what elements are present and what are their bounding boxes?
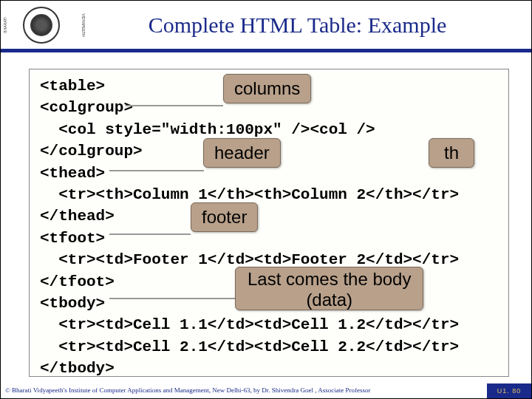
callout-columns: columns (223, 74, 311, 103)
slide-footer-page: U1. 80 (487, 383, 531, 398)
code-line: <tr><td>Cell 1.1</td><td>Cell 1.2</td></… (40, 314, 498, 335)
callout-body: Last comes the body (data) (235, 267, 423, 310)
code-line: <tfoot> (40, 228, 498, 249)
callout-footer: footer (191, 202, 258, 232)
connector-line (109, 298, 235, 299)
slide-title: Complete HTML Table: Example (78, 13, 531, 38)
connector-line (109, 233, 191, 235)
callout-body-line2: (data) (306, 290, 352, 310)
logo-circle-icon (23, 7, 60, 44)
code-line: <col style="width:100px" /><col /> (40, 119, 498, 140)
callout-th: th (429, 138, 474, 168)
callout-body-line1: Last comes the body (248, 269, 411, 289)
institution-logo: BHARATI VIDYAPEETH (4, 3, 78, 47)
code-line: <tr><td>Cell 2.1</td><td>Cell 2.2</td></… (40, 336, 498, 358)
logo-text-left: BHARATI (3, 17, 7, 33)
logo-inner-icon (30, 14, 52, 36)
code-line: </thead> (40, 205, 498, 227)
logo-text-right: VIDYAPEETH (81, 13, 85, 36)
connector-line (109, 170, 204, 171)
slide-header: BHARATI VIDYAPEETH Complete HTML Table: … (1, 1, 531, 52)
connector-line (126, 105, 223, 106)
code-example-box: <table> <colgroup> <col style="width:100… (29, 69, 509, 377)
code-line: </tbody> (40, 358, 498, 377)
slide-footer-copyright: © Bharati Vidyapeeth's Institute of Comp… (5, 386, 480, 394)
code-line: <tr><th>Column 1</th><th>Column 2</th></… (40, 184, 498, 205)
callout-header: header (203, 138, 281, 168)
